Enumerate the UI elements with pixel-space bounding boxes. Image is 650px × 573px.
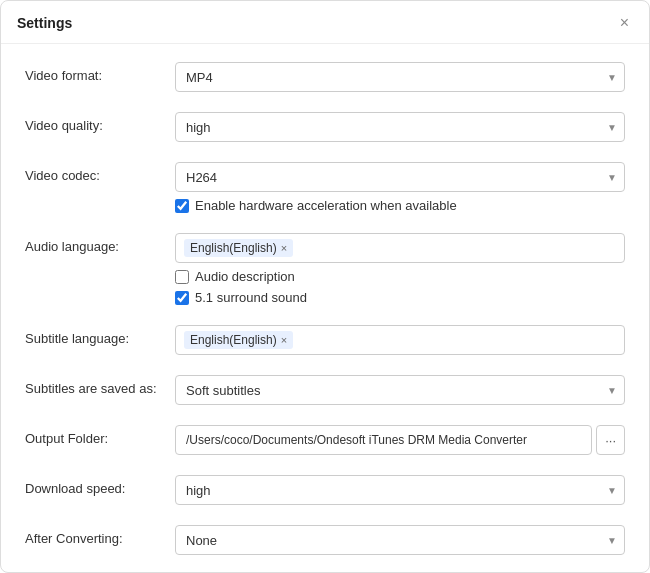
video-format-control: MP4 MKV MOV AVI ▼ [175,62,625,92]
subtitle-language-label: Subtitle language: [25,325,175,346]
subtitles-saved-as-label: Subtitles are saved as: [25,375,175,396]
output-folder-input-row: ··· [175,425,625,455]
subtitle-language-tag: English(English) × [184,331,293,349]
video-format-label: Video format: [25,62,175,83]
audio-language-row: Audio language: English(English) × Audio… [25,223,625,315]
after-converting-select-wrapper: None Open folder Shutdown ▼ [175,525,625,555]
video-quality-control: high medium low ▼ [175,112,625,142]
audio-desc-row: Audio description [175,269,625,284]
video-format-select[interactable]: MP4 MKV MOV AVI [175,62,625,92]
surround-sound-label: 5.1 surround sound [195,290,307,305]
title-bar: Settings × [1,1,649,44]
settings-content: Video format: MP4 MKV MOV AVI ▼ Video qu… [1,44,649,572]
video-quality-row: Video quality: high medium low ▼ [25,102,625,152]
video-format-row: Video format: MP4 MKV MOV AVI ▼ [25,52,625,102]
subtitles-saved-as-control: Soft subtitles Hard subtitles External ▼ [175,375,625,405]
video-codec-select[interactable]: H264 H265 AV1 [175,162,625,192]
video-quality-select[interactable]: high medium low [175,112,625,142]
subtitle-language-tags[interactable]: English(English) × [175,325,625,355]
tag-label: English(English) [190,333,277,347]
video-quality-select-wrapper: high medium low ▼ [175,112,625,142]
window-title: Settings [17,15,72,31]
audio-language-label: Audio language: [25,233,175,254]
tag-close-icon[interactable]: × [281,334,287,346]
close-button[interactable]: × [616,13,633,33]
subtitle-language-control: English(English) × [175,325,625,355]
video-quality-label: Video quality: [25,112,175,133]
hw-accel-row: Enable hardware acceleration when availa… [175,198,625,213]
download-speed-row: Download speed: high medium low ▼ [25,465,625,515]
audio-language-control: English(English) × Audio description 5.1… [175,233,625,305]
audio-desc-label: Audio description [195,269,295,284]
audio-language-tags[interactable]: English(English) × [175,233,625,263]
browse-folder-button[interactable]: ··· [596,425,625,455]
audio-language-tag: English(English) × [184,239,293,257]
output-folder-input[interactable] [175,425,592,455]
surround-sound-checkbox[interactable] [175,291,189,305]
download-speed-select-wrapper: high medium low ▼ [175,475,625,505]
hw-accel-checkbox[interactable] [175,199,189,213]
surround-sound-row: 5.1 surround sound [175,290,625,305]
video-format-select-wrapper: MP4 MKV MOV AVI ▼ [175,62,625,92]
settings-window: Settings × Video format: MP4 MKV MOV AVI… [0,0,650,573]
download-speed-control: high medium low ▼ [175,475,625,505]
tag-label: English(English) [190,241,277,255]
video-codec-row: Video codec: H264 H265 AV1 ▼ Enable hard… [25,152,625,223]
output-folder-label: Output Folder: [25,425,175,446]
audio-desc-checkbox[interactable] [175,270,189,284]
hw-accel-label: Enable hardware acceleration when availa… [195,198,457,213]
after-converting-control: None Open folder Shutdown ▼ [175,525,625,555]
subtitles-saved-as-row: Subtitles are saved as: Soft subtitles H… [25,365,625,415]
subtitles-saved-as-select[interactable]: Soft subtitles Hard subtitles External [175,375,625,405]
download-speed-label: Download speed: [25,475,175,496]
after-converting-label: After Converting: [25,525,175,546]
video-codec-control: H264 H265 AV1 ▼ Enable hardware accelera… [175,162,625,213]
video-codec-select-wrapper: H264 H265 AV1 ▼ [175,162,625,192]
download-speed-select[interactable]: high medium low [175,475,625,505]
output-folder-control: ··· [175,425,625,455]
output-folder-row: Output Folder: ··· [25,415,625,465]
after-converting-select[interactable]: None Open folder Shutdown [175,525,625,555]
subtitles-saved-as-select-wrapper: Soft subtitles Hard subtitles External ▼ [175,375,625,405]
after-converting-row: After Converting: None Open folder Shutd… [25,515,625,565]
tag-close-icon[interactable]: × [281,242,287,254]
subtitle-language-row: Subtitle language: English(English) × [25,315,625,365]
video-codec-label: Video codec: [25,162,175,183]
